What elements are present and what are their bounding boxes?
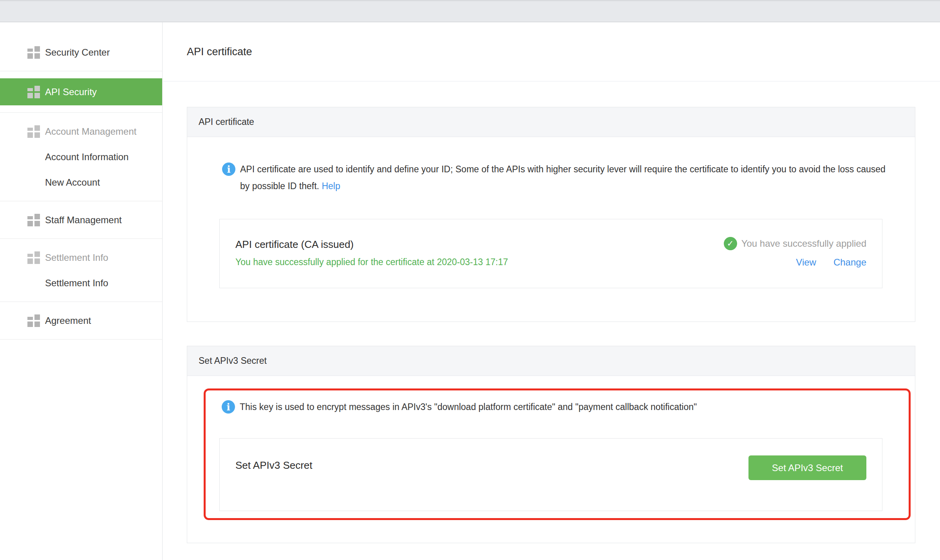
info-text: API certificate are used to identify and… [240,161,886,195]
links-row: View Change [796,257,866,268]
certificate-title: API certificate (CA issued) [235,237,508,252]
apiv3-secret-card: Set APIv3 Secret Set APIv3 Secret [219,438,882,511]
api-certificate-panel: API certificate i API certificate are us… [187,107,915,322]
sidebar-item-label: Security Center [45,47,110,58]
sidebar-item-label: Staff Management [45,215,122,226]
grid-icon [27,125,40,138]
grid-icon [27,314,40,327]
sidebar-group: Settlement Info Settlement Info [0,239,162,302]
page-header: API certificate [163,22,940,81]
view-link[interactable]: View [796,257,816,268]
certificate-card: API certificate (CA issued) You have suc… [219,219,882,288]
sidebar-item-api-security[interactable]: API Security [0,78,162,105]
help-link[interactable]: Help [322,181,340,191]
sidebar-item-account-information[interactable]: Account Information [0,144,162,170]
status-row: ✓ You have successfully applied [724,237,866,250]
sidebar-group: Account Management Account Information N… [0,113,162,201]
sidebar-item-label: Settlement Info [45,252,108,263]
certificate-card-left: API certificate (CA issued) You have suc… [235,237,508,288]
grid-icon [27,214,40,226]
sidebar-group: Security Center [0,22,162,71]
info-row: i This key is used to encrypt messages i… [206,390,909,415]
main-content: API certificate API certificate i API ce… [163,22,940,560]
panel-body: i This key is used to encrypt messages i… [187,388,915,520]
sidebar-item-label: New Account [45,177,100,188]
set-apiv3-secret-button[interactable]: Set APIv3 Secret [748,455,866,480]
sidebar-item-agreement[interactable]: Agreement [0,308,162,333]
sidebar-item-security-center[interactable]: Security Center [0,40,162,65]
certificate-card-right: ✓ You have successfully applied View Cha… [724,237,866,288]
sidebar-item-new-account[interactable]: New Account [0,170,162,195]
sidebar-group-settlement-info[interactable]: Settlement Info [0,245,162,270]
page-title: API certificate [187,46,252,58]
grid-icon [27,86,40,98]
grid-icon [27,251,40,264]
sidebar-item-label: Account Information [45,152,128,163]
info-text: This key is used to encrypt messages in … [240,399,697,415]
sidebar-item-label: API Security [45,87,97,98]
sidebar-group-account-management[interactable]: Account Management [0,119,162,144]
apiv3-secret-label: Set APIv3 Secret [235,458,313,473]
status-badge: You have successfully applied [741,237,866,250]
check-icon: ✓ [724,237,737,250]
sidebar: Security Center API Security Account Man… [0,22,163,560]
change-link[interactable]: Change [833,257,866,268]
sidebar-group: API Security [0,71,162,113]
sidebar-item-label: Settlement Info [45,278,108,289]
panel-header-label: Set APIv3 Secret [199,356,267,366]
sidebar-group: Agreement [0,302,162,340]
red-highlight-box: i This key is used to encrypt messages i… [204,388,911,520]
set-apiv3-secret-panel: Set APIv3 Secret i This key is used to e… [187,346,915,543]
sidebar-item-settlement-info[interactable]: Settlement Info [0,270,162,296]
content-area: API certificate i API certificate are us… [163,81,940,543]
sidebar-item-staff-management[interactable]: Staff Management [0,207,162,233]
panel-header-label: API certificate [199,117,254,127]
sidebar-group: Staff Management [0,201,162,239]
panel-header: API certificate [187,107,915,137]
info-icon: i [222,163,235,176]
sidebar-item-label: Account Management [45,126,136,137]
grid-icon [27,46,40,59]
browser-top-bar [0,0,940,22]
info-row: i API certificate are used to identify a… [187,137,915,195]
certificate-success-message: You have successfully applied for the ce… [235,255,508,269]
info-icon: i [222,400,235,414]
panel-header: Set APIv3 Secret [187,346,915,376]
sidebar-item-label: Agreement [45,315,91,326]
panel-body: i API certificate are used to identify a… [187,137,915,288]
api-security-page: Security Center API Security Account Man… [0,0,940,560]
